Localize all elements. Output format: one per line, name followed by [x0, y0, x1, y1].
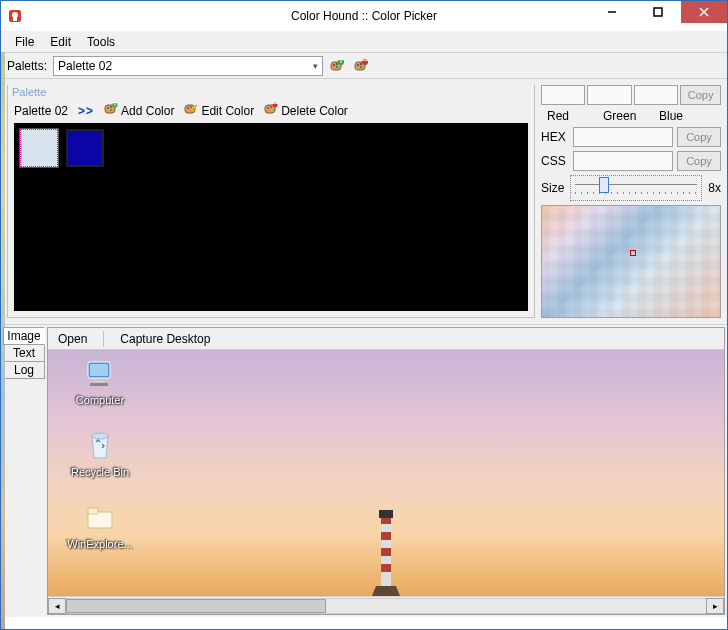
copy-hex-button[interactable]: Copy	[677, 127, 721, 147]
svg-point-27	[190, 106, 192, 108]
open-image-button[interactable]: Open	[54, 331, 91, 347]
svg-text:+: +	[338, 58, 345, 67]
tab-text[interactable]: Text	[3, 344, 45, 362]
captured-image-view[interactable]: Computer Recycle Bin WinExplore...	[48, 350, 724, 596]
side-tabs: Image Text Log	[1, 325, 47, 617]
titlebar: Color Hound :: Color Picker	[1, 1, 727, 31]
svg-point-39	[92, 433, 108, 439]
svg-rect-2	[13, 17, 17, 21]
svg-rect-36	[90, 364, 108, 376]
svg-rect-45	[381, 548, 391, 556]
tab-image[interactable]: Image	[3, 327, 45, 345]
zoom-preview	[541, 205, 721, 318]
color-swatch[interactable]	[66, 129, 104, 167]
green-label: Green	[603, 109, 643, 123]
menubar: File Edit Tools	[1, 31, 727, 53]
add-color-label: Add Color	[121, 104, 174, 118]
capture-desktop-button[interactable]: Capture Desktop	[116, 331, 214, 347]
slider-thumb[interactable]	[599, 177, 609, 193]
edit-color-label: Edit Color	[201, 104, 254, 118]
desktop-icon-label: Computer	[76, 394, 124, 406]
delete-palette-icon[interactable]: −	[351, 56, 371, 76]
toolbar-separator	[103, 331, 104, 347]
menu-file[interactable]: File	[7, 33, 42, 51]
window-title: Color Hound :: Color Picker	[291, 9, 437, 23]
palette-dropdown[interactable]: Palette 02 ▾	[53, 56, 323, 76]
palette-group-caption: Palette	[8, 85, 534, 99]
lighthouse-graphic	[366, 506, 406, 596]
svg-point-26	[187, 107, 189, 109]
svg-rect-38	[90, 383, 108, 386]
svg-rect-47	[379, 510, 393, 518]
blue-label: Blue	[659, 109, 699, 123]
svg-text:+: +	[112, 102, 119, 110]
palette-expand-button[interactable]: >>	[78, 104, 94, 118]
chevron-down-icon: ▾	[313, 61, 318, 71]
desktop-icon-label: Recycle Bin	[71, 466, 129, 478]
svg-rect-46	[381, 564, 391, 572]
palette-name: Palette 02	[14, 104, 68, 118]
desktop-icon-winexplore[interactable]: WinExplore...	[62, 500, 138, 550]
scroll-track[interactable]	[66, 598, 706, 614]
image-panel: Open Capture Desktop Computer Recycle Bi…	[47, 327, 725, 615]
color-swatch[interactable]	[20, 129, 58, 167]
css-field[interactable]	[573, 151, 673, 171]
new-palette-icon[interactable]: +	[327, 56, 347, 76]
svg-rect-44	[381, 532, 391, 540]
tab-log[interactable]: Log	[3, 361, 45, 379]
zoom-cursor-icon	[630, 250, 636, 256]
zoom-slider[interactable]	[570, 175, 702, 201]
copy-rgb-button[interactable]: Copy	[680, 85, 721, 105]
svg-point-8	[333, 63, 335, 65]
hex-field[interactable]	[573, 127, 673, 147]
css-label: CSS	[541, 154, 569, 168]
palette-add-icon: +	[104, 102, 118, 119]
red-label: Red	[547, 109, 587, 123]
hex-label: HEX	[541, 130, 569, 144]
scroll-right-button[interactable]: ▸	[706, 598, 724, 614]
svg-rect-4	[654, 8, 662, 16]
minimize-button[interactable]	[589, 1, 635, 23]
size-label: Size	[541, 181, 564, 195]
add-color-button[interactable]: + Add Color	[104, 102, 174, 119]
zoom-value: 8x	[708, 181, 721, 195]
svg-point-20	[107, 107, 109, 109]
palette-toolbar: Paletts: Palette 02 ▾ + −	[1, 53, 727, 79]
folder-icon	[82, 500, 118, 536]
menu-edit[interactable]: Edit	[42, 33, 79, 51]
computer-icon	[82, 356, 118, 392]
image-toolbar: Open Capture Desktop	[48, 328, 724, 350]
copy-css-button[interactable]: Copy	[677, 151, 721, 171]
menu-tools[interactable]: Tools	[79, 33, 123, 51]
delete-color-button[interactable]: − Delete Color	[264, 102, 348, 119]
palette-dropdown-value: Palette 02	[58, 59, 112, 73]
delete-color-label: Delete Color	[281, 104, 348, 118]
svg-rect-37	[94, 380, 104, 383]
palettes-label: Paletts:	[7, 59, 47, 73]
scroll-thumb[interactable]	[66, 599, 326, 613]
palette-edit-icon	[184, 102, 198, 119]
close-button[interactable]	[681, 1, 727, 23]
svg-point-14	[357, 63, 359, 65]
palette-delete-icon: −	[264, 102, 278, 119]
svg-text:−: −	[362, 58, 369, 67]
svg-text:−: −	[272, 102, 279, 110]
green-value-field[interactable]	[587, 85, 631, 105]
color-info-panel: Copy Red Green Blue HEX Copy CSS Copy Si…	[541, 85, 721, 318]
app-icon	[7, 8, 23, 24]
edit-color-button[interactable]: Edit Color	[184, 102, 254, 119]
scroll-left-button[interactable]: ◂	[48, 598, 66, 614]
red-value-field[interactable]	[541, 85, 585, 105]
maximize-button[interactable]	[635, 1, 681, 23]
desktop-icon-label: WinExplore...	[67, 538, 132, 550]
blue-value-field[interactable]	[634, 85, 678, 105]
recycle-bin-icon	[82, 428, 118, 464]
swatch-area	[14, 123, 528, 311]
palette-panel: Palette Palette 02 >> + Add Color Edit C…	[7, 85, 535, 318]
svg-rect-41	[88, 508, 98, 514]
horizontal-scrollbar[interactable]: ◂ ▸	[48, 596, 724, 614]
svg-marker-48	[372, 586, 400, 596]
svg-point-31	[267, 107, 269, 109]
desktop-icon-computer[interactable]: Computer	[62, 356, 138, 406]
desktop-icon-recycle-bin[interactable]: Recycle Bin	[62, 428, 138, 478]
